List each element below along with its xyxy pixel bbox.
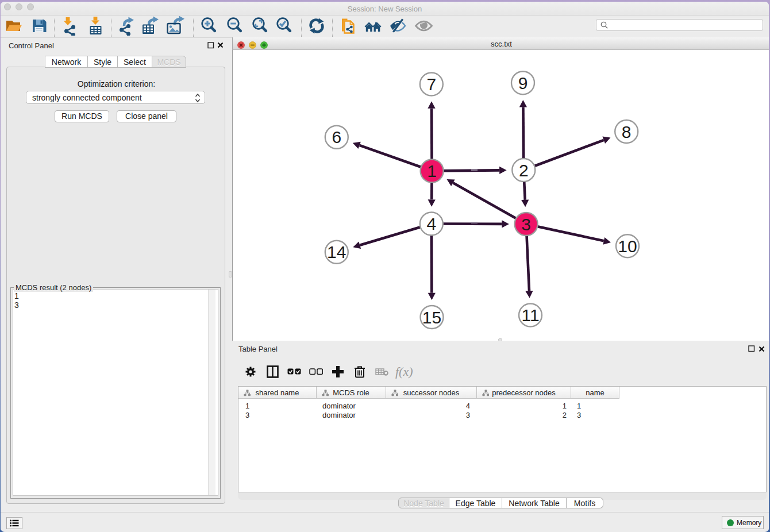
svg-text:3: 3 <box>521 215 531 234</box>
svg-text:11: 11 <box>521 306 539 325</box>
svg-text:4: 4 <box>426 214 436 233</box>
svg-text:6: 6 <box>332 128 341 147</box>
svg-text:9: 9 <box>518 74 528 92</box>
svg-text:7: 7 <box>426 75 436 94</box>
svg-text:10: 10 <box>618 237 637 256</box>
svg-text:15: 15 <box>422 308 441 327</box>
svg-text:1: 1 <box>427 161 437 180</box>
svg-text:8: 8 <box>622 122 632 141</box>
svg-text:2: 2 <box>519 161 529 180</box>
svg-text:14: 14 <box>327 242 346 261</box>
